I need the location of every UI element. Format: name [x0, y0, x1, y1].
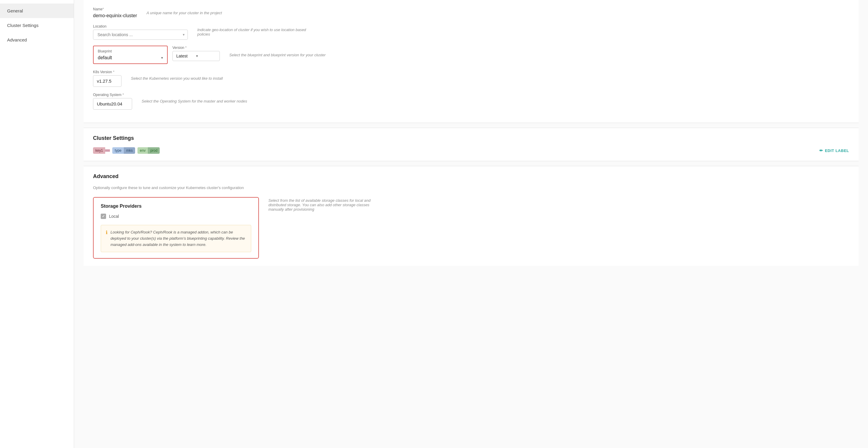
blueprint-box: Blueprint default ▾: [93, 46, 168, 64]
storage-providers-title: Storage Providers: [101, 204, 251, 209]
edit-icon: ✏: [819, 148, 823, 153]
label-tag-type: type mks: [112, 147, 135, 154]
version-box: Version * Latest ▾: [173, 46, 220, 61]
local-checkbox-row: Local: [101, 214, 251, 219]
location-input[interactable]: [96, 30, 183, 39]
sidebar-item-general[interactable]: General: [0, 4, 74, 18]
chevron-down-icon: ▾: [196, 54, 216, 58]
sidebar-item-cluster-settings[interactable]: Cluster Settings: [0, 18, 74, 33]
location-label: Location: [93, 24, 188, 28]
advanced-title: Advanced: [93, 173, 849, 180]
labels-row: key1 type mks env prod ✏ EDIT LABEL: [93, 147, 849, 154]
location-helper: Indicate geo-location of cluster if you …: [197, 28, 310, 36]
advanced-section: Advanced Optionally configure these to t…: [84, 166, 859, 266]
k8s-version-select-wrapper: v1.27.5: [93, 75, 121, 87]
chevron-down-icon: ▾: [183, 33, 185, 37]
k8s-version-select[interactable]: v1.27.5: [93, 75, 121, 87]
label-tag-key1: key1: [93, 147, 110, 154]
location-search[interactable]: ▾: [93, 30, 188, 40]
advanced-subtitle: Optionally configure these to tune and c…: [93, 185, 849, 190]
storage-providers-box: Storage Providers Local ℹ Looking for Ce…: [93, 197, 259, 259]
storage-row: Storage Providers Local ℹ Looking for Ce…: [93, 197, 849, 259]
os-helper: Select the Operating System for the mast…: [142, 99, 247, 103]
tag-key-env: env: [137, 147, 148, 154]
k8s-version-row: K8s Version * v1.27.5 Select the Kuberne…: [93, 70, 849, 87]
os-select[interactable]: Ubuntu20.04: [93, 98, 132, 110]
blueprint-version-row: Blueprint default ▾ Version * Latest: [93, 46, 849, 64]
name-row: Name* demo-equinix-cluster A unique name…: [93, 7, 849, 18]
tag-value-key1: [105, 149, 110, 152]
tag-key-type: type: [112, 147, 124, 154]
k8s-version-label: K8s Version *: [93, 70, 121, 74]
version-value: Latest: [176, 54, 196, 58]
os-label: Operating System *: [93, 93, 132, 97]
location-row: Location ▾ Indicate geo-location of clus…: [93, 24, 849, 40]
blueprint-value: default: [98, 55, 112, 60]
name-label: Name*: [93, 7, 137, 11]
blueprint-select[interactable]: default ▾: [98, 55, 163, 60]
local-checkbox[interactable]: [101, 214, 106, 219]
name-group: Name* demo-equinix-cluster: [93, 7, 137, 18]
k8s-version-group: K8s Version * v1.27.5: [93, 70, 121, 87]
ceph-rook-info-box: ℹ Looking for Ceph/Rook? Ceph/Rook is a …: [101, 225, 251, 252]
blueprint-label: Blueprint: [98, 49, 163, 53]
chevron-down-icon: ▾: [161, 56, 163, 60]
location-group: Location ▾: [93, 24, 188, 40]
sidebar: General Cluster Settings Advanced: [0, 0, 74, 448]
os-select-wrapper: Ubuntu20.04: [93, 98, 132, 110]
cluster-settings-section: Cluster Settings key1 type mks env prod: [84, 128, 859, 161]
tag-value-env: prod: [148, 147, 160, 154]
cluster-settings-title: Cluster Settings: [93, 135, 849, 141]
label-tag-env: env prod: [137, 147, 160, 154]
edit-label-text: EDIT LABEL: [825, 148, 849, 153]
name-helper: A unique name for your cluster in the pr…: [147, 11, 222, 15]
os-group: Operating System * Ubuntu20.04: [93, 93, 132, 110]
general-section: Name* demo-equinix-cluster A unique name…: [84, 0, 859, 123]
sidebar-item-advanced[interactable]: Advanced: [0, 33, 74, 47]
ceph-rook-info-text: Looking for Ceph/Rook? Ceph/Rook is a ma…: [111, 229, 246, 248]
k8s-version-helper: Select the Kubernetes version you would …: [131, 76, 223, 81]
tag-key-key1: key1: [93, 147, 105, 154]
storage-providers-helper: Select from the list of available storag…: [269, 198, 381, 212]
local-checkbox-label: Local: [109, 214, 119, 219]
info-icon: ℹ: [106, 230, 107, 235]
version-label: Version *: [173, 46, 220, 50]
version-select[interactable]: Latest ▾: [173, 51, 220, 61]
blueprint-version-helper: Select the blueprint and blueprint versi…: [229, 53, 326, 57]
edit-label-button[interactable]: ✏ EDIT LABEL: [819, 148, 849, 153]
tag-value-type: mks: [124, 147, 135, 154]
main-content: Name* demo-equinix-cluster A unique name…: [74, 0, 868, 448]
name-value: demo-equinix-cluster: [93, 12, 137, 18]
os-row: Operating System * Ubuntu20.04 Select th…: [93, 93, 849, 110]
